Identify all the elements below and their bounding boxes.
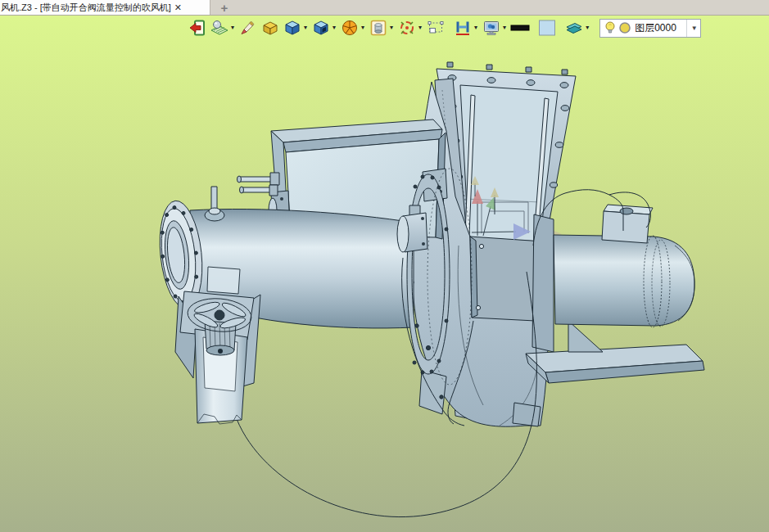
- extrude-block-icon[interactable]: [260, 18, 280, 38]
- datum-plane-icon[interactable]: [210, 18, 229, 38]
- revolve-sphere-icon[interactable]: [340, 18, 360, 38]
- dimension-icon[interactable]: [453, 18, 473, 38]
- dropdown-arrow-icon[interactable]: ▾: [390, 18, 393, 38]
- document-tab[interactable]: 风机.Z3 - [带自动开合阀流量控制的吹风机] ✕: [0, 0, 210, 15]
- tab-title: 风机.Z3 - [带自动开合阀流量控制的吹风机]: [0, 2, 171, 14]
- layer-combo-value: 图层0000: [635, 21, 676, 35]
- line-width-swatch[interactable]: [510, 18, 530, 38]
- tab-close-icon[interactable]: ✕: [174, 2, 182, 13]
- dropdown-arrow-icon[interactable]: ▾: [332, 18, 336, 38]
- sketch-pen-icon[interactable]: [238, 18, 258, 38]
- dropdown-arrow-icon[interactable]: ▾: [304, 18, 307, 38]
- layer-combo[interactable]: 图层0000 ▼: [599, 19, 701, 38]
- cylinder-frame-icon[interactable]: [369, 18, 388, 38]
- dropdown-arrow-icon[interactable]: ▾: [503, 18, 506, 38]
- combo-dropdown-arrow-icon[interactable]: ▼: [686, 20, 698, 37]
- layer-color-circle-icon: [618, 20, 631, 35]
- box-hole-icon[interactable]: [311, 18, 331, 38]
- dropdown-arrow-icon[interactable]: ▾: [586, 18, 589, 38]
- point-target-icon[interactable]: [397, 18, 417, 38]
- viewport-3d-model[interactable]: [0, 0, 769, 532]
- solid-box-icon[interactable]: [283, 18, 302, 38]
- display-mode-icon[interactable]: [482, 18, 501, 38]
- selection-box-icon[interactable]: [426, 18, 446, 38]
- dropdown-arrow-icon[interactable]: ▾: [361, 18, 364, 38]
- toolbar: ▾ ▾ ▾: [188, 17, 701, 38]
- layer-visibility-bulb-icon: [604, 20, 617, 35]
- color-swatch[interactable]: [537, 18, 557, 38]
- dropdown-arrow-icon[interactable]: ▾: [474, 18, 477, 38]
- dropdown-arrow-icon[interactable]: ▾: [418, 18, 422, 38]
- tab-bar: 风机.Z3 - [带自动开合阀流量控制的吹风机] ✕ +: [0, 0, 769, 16]
- layers-icon[interactable]: [564, 18, 584, 38]
- new-tab-button[interactable]: +: [210, 0, 238, 15]
- exit-icon[interactable]: [188, 18, 207, 38]
- dropdown-arrow-icon[interactable]: ▾: [231, 18, 234, 38]
